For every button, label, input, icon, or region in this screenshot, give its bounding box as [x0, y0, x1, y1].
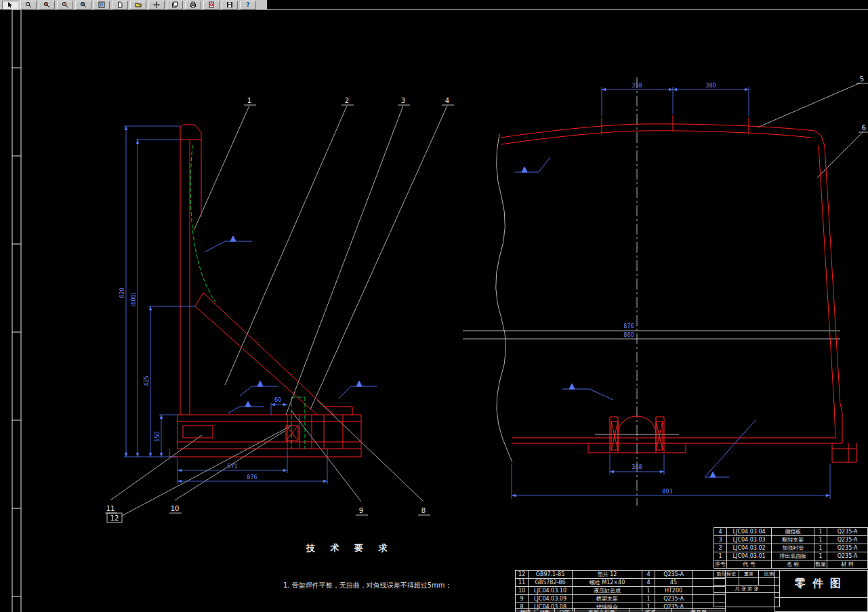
parts-row: 11 GB5782-86 螺栓 M12×40 4 45	[516, 579, 726, 587]
part-code: GB97.1-85	[529, 571, 573, 579]
part-qty: 1	[814, 528, 827, 536]
stage-table: 阶段标记 重量 比例 共 张 第 张	[714, 570, 780, 607]
balloon-6: 6	[862, 124, 866, 131]
header-mat: 材 料	[827, 560, 868, 569]
parts-table-lower: 12 GB97.1-85 垫片 12 4 Q235-A 11 GB5782-86…	[515, 570, 726, 611]
part-seq: 12	[516, 571, 529, 579]
part-mat: Q235-A	[827, 544, 868, 552]
weight-label: 重量	[739, 571, 759, 578]
print-preview-icon[interactable]	[203, 1, 220, 9]
parts-row: 3 LJC04.03.03 翻转支架 1 Q235-A	[714, 536, 868, 544]
dim-left-total: 620	[119, 287, 125, 298]
code-row	[775, 598, 868, 612]
header-code: 代 号	[727, 560, 772, 569]
part-qty: 1	[814, 536, 827, 544]
balloon-3: 3	[401, 97, 405, 104]
pan-icon[interactable]	[148, 1, 165, 9]
part-mat: Q235-A	[827, 528, 868, 536]
drawing-canvas[interactable]: 620 (600) 425 150 571 876 60 358 380 876…	[0, 0, 868, 612]
part-name: 侧挡板	[772, 528, 814, 536]
part-code: LJC04.03.02	[727, 544, 772, 552]
balloon-8: 8	[421, 507, 426, 514]
part-name: 加强衬管	[772, 544, 814, 552]
dim-left-bottom1: 571	[227, 464, 237, 470]
part-code: LJC04.03.10	[529, 587, 573, 595]
part-mat: HT200	[655, 587, 693, 595]
save-icon[interactable]	[222, 1, 238, 9]
balloon-2: 2	[345, 97, 349, 104]
balloon-9: 9	[359, 507, 363, 514]
parts-row: 1 LJC04.03.01 排出底面板 1 Q235-A	[714, 552, 868, 560]
part-seq: 4	[714, 528, 727, 536]
part-seq: 9	[516, 595, 529, 603]
part-seq: 1	[714, 552, 727, 560]
sheet-set-icon[interactable]	[167, 1, 183, 9]
weight-value	[739, 578, 759, 586]
dimension-lines	[124, 87, 830, 499]
dim-left-span3: 425	[144, 375, 150, 386]
part-seq: 10	[516, 587, 529, 595]
dim-left-base-h: 150	[154, 431, 161, 441]
part-code: LJC04.03.04	[727, 528, 772, 536]
part-name: 翻转支架	[772, 536, 814, 544]
part-seq: 2	[714, 544, 727, 552]
part-mat: Q235-A	[827, 536, 868, 544]
balloon-10: 10	[171, 505, 180, 512]
revision-cell: 标记	[516, 609, 535, 612]
stage-value-row	[714, 578, 780, 586]
revision-cell: 分区	[555, 609, 575, 612]
balloon-11: 11	[106, 505, 115, 512]
drawing-title: 零件图	[775, 571, 868, 598]
help-icon[interactable]: ?	[240, 1, 256, 9]
part-name: 垫片 12	[573, 571, 642, 579]
open-drawing-icon[interactable]	[130, 1, 146, 9]
part-code: LJC04.03.01	[727, 552, 772, 560]
spacer-row	[714, 593, 780, 607]
sheet-row: 共 张 第 张	[714, 586, 780, 593]
part-code: LJC04.03.03	[727, 536, 772, 544]
dim-left-bottom2: 876	[247, 474, 257, 481]
zoom-in-icon[interactable]	[39, 1, 55, 9]
tech-requirements-title: 技 术 要 求	[306, 542, 394, 554]
select-tool-icon[interactable]	[2, 1, 18, 9]
part-qty: 4	[642, 571, 655, 579]
zoom-out-icon[interactable]	[57, 1, 73, 9]
zoom-extents-icon[interactable]	[94, 1, 110, 9]
header-qty: 数量	[814, 560, 827, 569]
header-name: 名 称	[772, 560, 814, 569]
balloon-5: 5	[860, 75, 864, 83]
dim-right-width2: 860	[623, 332, 634, 338]
dim-right-width1: 876	[623, 323, 634, 329]
dimension-labels: 620 (600) 425 150 571 876 60 358 380 876…	[119, 83, 716, 495]
revision-cell: 处数	[535, 609, 555, 612]
part-code: GB5782-86	[529, 579, 573, 587]
part-outline-red	[169, 115, 856, 462]
parts-row: 2 LJC04.03.02 加强衬管 1 Q235-A	[714, 544, 868, 552]
svg-text:?: ?	[247, 1, 250, 8]
part-name: 排出底面板	[772, 552, 814, 560]
dim-right-top1: 358	[632, 83, 642, 89]
stage-header-row: 阶段标记 重量 比例	[714, 571, 780, 578]
dim-left-small: 60	[274, 397, 281, 403]
sheet-frame	[12, 9, 868, 612]
new-drawing-icon[interactable]	[112, 1, 128, 9]
print-icon[interactable]	[185, 1, 201, 9]
revision-cell: 年月日	[672, 609, 726, 612]
empty-cell	[775, 598, 868, 612]
empty-cell	[714, 593, 780, 607]
parts-table-upper: 4 LJC04.03.04 侧挡板 1 Q235-A 3 LJC04.03.03…	[714, 527, 868, 569]
zoom-window-icon[interactable]	[75, 1, 91, 9]
parts-header-row: 序号 代 号 名 称 数量 材 料	[714, 560, 868, 569]
balloons: 1 2 3 4 5 6 8 9 10 11 12	[106, 75, 867, 522]
part-qty: 1	[814, 552, 827, 560]
part-qty: 4	[642, 579, 655, 587]
part-mat: Q235-A	[655, 571, 693, 579]
part-seq: 11	[516, 579, 529, 587]
part-mat: 45	[655, 579, 693, 587]
part-mat: Q235-A	[827, 552, 868, 560]
parts-row: 4 LJC04.03.04 侧挡板 1 Q235-A	[714, 528, 868, 536]
dim-right-bracket: 368	[632, 464, 642, 470]
part-qty: 1	[642, 595, 655, 603]
zoom-realtime-icon[interactable]	[20, 1, 37, 9]
part-qty: 1	[642, 587, 655, 595]
